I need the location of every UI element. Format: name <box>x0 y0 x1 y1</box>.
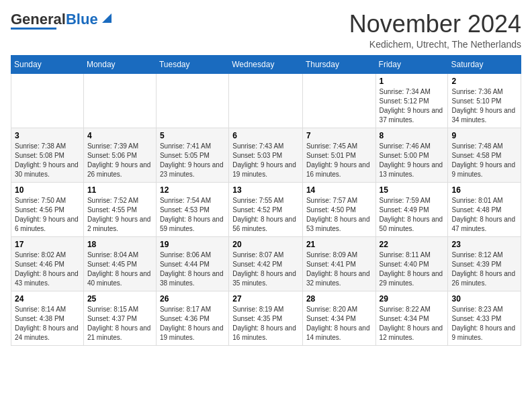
day-number: 30 <box>451 294 517 304</box>
page-header: GeneralBlue November 2024 Kedichem, Utre… <box>11 11 521 50</box>
day-number: 22 <box>380 240 445 249</box>
calendar-cell: 13Sunrise: 7:55 AM Sunset: 4:52 PM Dayli… <box>229 182 303 236</box>
calendar-cell: 15Sunrise: 7:59 AM Sunset: 4:49 PM Dayli… <box>375 182 448 236</box>
calendar-cell: 17Sunrise: 8:02 AM Sunset: 4:46 PM Dayli… <box>11 236 84 291</box>
day-number: 27 <box>232 294 299 304</box>
day-number: 15 <box>380 185 445 195</box>
calendar-cell: 18Sunrise: 8:04 AM Sunset: 4:45 PM Dayli… <box>83 236 156 291</box>
calendar-week-row: 1Sunrise: 7:34 AM Sunset: 5:12 PM Daylig… <box>11 73 521 128</box>
calendar-cell: 26Sunrise: 8:17 AM Sunset: 4:36 PM Dayli… <box>156 291 228 345</box>
day-number: 21 <box>306 240 372 249</box>
day-number: 20 <box>232 240 299 249</box>
svg-marker-0 <box>102 13 112 23</box>
logo-text: GeneralBlue <box>11 12 98 27</box>
day-info: Sunrise: 8:02 AM Sunset: 4:46 PM Dayligh… <box>15 250 80 288</box>
col-saturday: Saturday <box>448 55 521 73</box>
day-number: 10 <box>15 185 80 195</box>
day-info: Sunrise: 8:06 AM Sunset: 4:44 PM Dayligh… <box>160 250 225 288</box>
calendar-cell <box>83 73 156 128</box>
day-info: Sunrise: 8:01 AM Sunset: 4:48 PM Dayligh… <box>451 196 517 234</box>
day-info: Sunrise: 8:17 AM Sunset: 4:36 PM Dayligh… <box>160 305 225 342</box>
day-number: 13 <box>232 185 299 195</box>
day-info: Sunrise: 7:48 AM Sunset: 4:58 PM Dayligh… <box>451 142 517 179</box>
day-number: 5 <box>160 131 225 140</box>
col-friday: Friday <box>375 55 448 73</box>
calendar-cell: 8Sunrise: 7:46 AM Sunset: 5:00 PM Daylig… <box>375 128 448 182</box>
day-info: Sunrise: 8:23 AM Sunset: 4:33 PM Dayligh… <box>451 305 517 342</box>
day-info: Sunrise: 7:57 AM Sunset: 4:50 PM Dayligh… <box>306 196 372 234</box>
calendar-cell: 28Sunrise: 8:20 AM Sunset: 4:34 PM Dayli… <box>302 291 375 345</box>
day-number: 11 <box>87 185 152 195</box>
calendar-cell: 25Sunrise: 8:15 AM Sunset: 4:37 PM Dayli… <box>83 291 156 345</box>
calendar-cell <box>156 73 228 128</box>
day-info: Sunrise: 7:43 AM Sunset: 5:03 PM Dayligh… <box>232 142 299 179</box>
calendar-week-row: 24Sunrise: 8:14 AM Sunset: 4:38 PM Dayli… <box>11 291 521 345</box>
day-info: Sunrise: 7:36 AM Sunset: 5:10 PM Dayligh… <box>451 87 517 125</box>
calendar-cell: 10Sunrise: 7:50 AM Sunset: 4:56 PM Dayli… <box>11 182 84 236</box>
logo: GeneralBlue <box>11 11 114 30</box>
day-info: Sunrise: 8:14 AM Sunset: 4:38 PM Dayligh… <box>15 305 80 342</box>
day-number: 18 <box>87 240 152 249</box>
day-info: Sunrise: 8:15 AM Sunset: 4:37 PM Dayligh… <box>87 305 152 342</box>
calendar-week-row: 17Sunrise: 8:02 AM Sunset: 4:46 PM Dayli… <box>11 236 521 291</box>
calendar-cell: 6Sunrise: 7:43 AM Sunset: 5:03 PM Daylig… <box>229 128 303 182</box>
calendar-cell: 27Sunrise: 8:19 AM Sunset: 4:35 PM Dayli… <box>229 291 303 345</box>
calendar-cell: 12Sunrise: 7:54 AM Sunset: 4:53 PM Dayli… <box>156 182 228 236</box>
calendar-cell: 22Sunrise: 8:11 AM Sunset: 4:40 PM Dayli… <box>375 236 448 291</box>
title-area: November 2024 Kedichem, Utrecht, The Net… <box>349 11 521 50</box>
day-info: Sunrise: 7:45 AM Sunset: 5:01 PM Dayligh… <box>306 142 372 179</box>
day-info: Sunrise: 7:52 AM Sunset: 4:55 PM Dayligh… <box>87 196 152 234</box>
day-info: Sunrise: 8:04 AM Sunset: 4:45 PM Dayligh… <box>87 250 152 288</box>
calendar-week-row: 10Sunrise: 7:50 AM Sunset: 4:56 PM Dayli… <box>11 182 521 236</box>
day-info: Sunrise: 8:19 AM Sunset: 4:35 PM Dayligh… <box>232 305 299 342</box>
day-number: 26 <box>160 294 225 304</box>
day-number: 23 <box>451 240 517 249</box>
calendar-cell <box>11 73 84 128</box>
calendar-cell: 29Sunrise: 8:22 AM Sunset: 4:34 PM Dayli… <box>375 291 448 345</box>
calendar-cell: 7Sunrise: 7:45 AM Sunset: 5:01 PM Daylig… <box>302 128 375 182</box>
day-number: 29 <box>380 294 445 304</box>
day-number: 7 <box>306 131 372 140</box>
calendar-cell: 5Sunrise: 7:41 AM Sunset: 5:05 PM Daylig… <box>156 128 228 182</box>
col-tuesday: Tuesday <box>156 55 228 73</box>
day-number: 2 <box>451 77 517 86</box>
logo-arrow-icon <box>99 11 114 26</box>
calendar-cell: 11Sunrise: 7:52 AM Sunset: 4:55 PM Dayli… <box>83 182 156 236</box>
day-number: 8 <box>380 131 445 140</box>
day-info: Sunrise: 8:09 AM Sunset: 4:41 PM Dayligh… <box>306 250 372 288</box>
day-info: Sunrise: 7:39 AM Sunset: 5:06 PM Dayligh… <box>87 142 152 179</box>
col-wednesday: Wednesday <box>229 55 303 73</box>
calendar-cell: 19Sunrise: 8:06 AM Sunset: 4:44 PM Dayli… <box>156 236 228 291</box>
calendar-cell: 16Sunrise: 8:01 AM Sunset: 4:48 PM Dayli… <box>448 182 521 236</box>
calendar-cell: 24Sunrise: 8:14 AM Sunset: 4:38 PM Dayli… <box>11 291 84 345</box>
day-info: Sunrise: 8:11 AM Sunset: 4:40 PM Dayligh… <box>380 250 445 288</box>
day-number: 25 <box>87 294 152 304</box>
calendar-cell: 3Sunrise: 7:38 AM Sunset: 5:08 PM Daylig… <box>11 128 84 182</box>
col-monday: Monday <box>83 55 156 73</box>
day-number: 28 <box>306 294 372 304</box>
calendar-cell: 20Sunrise: 8:07 AM Sunset: 4:42 PM Dayli… <box>229 236 303 291</box>
day-number: 14 <box>306 185 372 195</box>
calendar-header-row: Sunday Monday Tuesday Wednesday Thursday… <box>11 55 521 73</box>
calendar-cell <box>229 73 303 128</box>
day-info: Sunrise: 8:22 AM Sunset: 4:34 PM Dayligh… <box>380 305 445 342</box>
day-number: 4 <box>87 131 152 140</box>
day-number: 6 <box>232 131 299 140</box>
col-thursday: Thursday <box>302 55 375 73</box>
calendar-cell: 2Sunrise: 7:36 AM Sunset: 5:10 PM Daylig… <box>448 73 521 128</box>
calendar-cell: 4Sunrise: 7:39 AM Sunset: 5:06 PM Daylig… <box>83 128 156 182</box>
day-number: 3 <box>15 131 80 140</box>
calendar-cell: 30Sunrise: 8:23 AM Sunset: 4:33 PM Dayli… <box>448 291 521 345</box>
calendar-table: Sunday Monday Tuesday Wednesday Thursday… <box>11 55 521 346</box>
calendar-cell: 21Sunrise: 8:09 AM Sunset: 4:41 PM Dayli… <box>302 236 375 291</box>
day-info: Sunrise: 7:38 AM Sunset: 5:08 PM Dayligh… <box>15 142 80 179</box>
calendar-cell: 14Sunrise: 7:57 AM Sunset: 4:50 PM Dayli… <box>302 182 375 236</box>
logo-underline <box>11 28 56 30</box>
day-info: Sunrise: 7:59 AM Sunset: 4:49 PM Dayligh… <box>380 196 445 234</box>
day-number: 9 <box>451 131 517 140</box>
calendar-cell: 23Sunrise: 8:12 AM Sunset: 4:39 PM Dayli… <box>448 236 521 291</box>
location-subtitle: Kedichem, Utrecht, The Netherlands <box>349 39 521 50</box>
day-number: 1 <box>380 77 445 86</box>
day-number: 16 <box>451 185 517 195</box>
col-sunday: Sunday <box>11 55 84 73</box>
